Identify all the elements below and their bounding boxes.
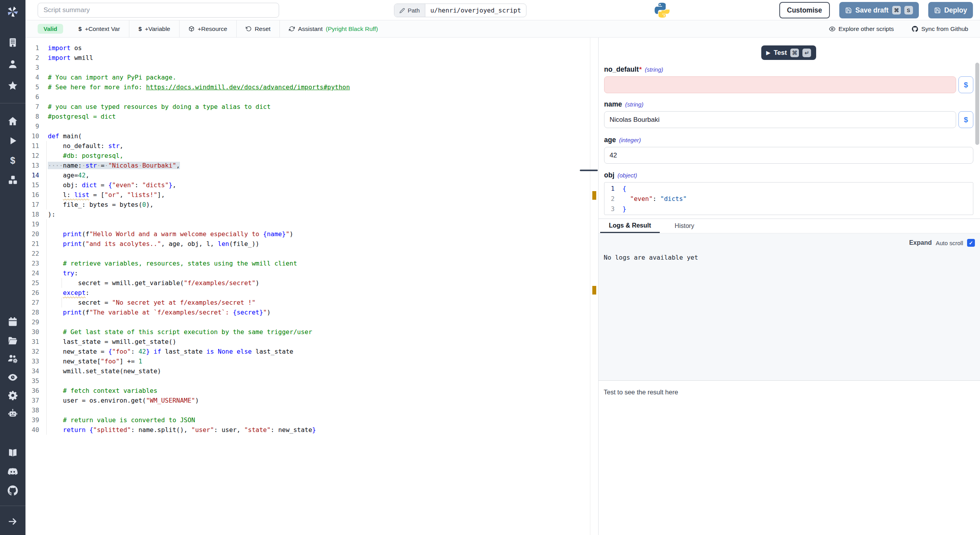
- line-number: 3: [604, 204, 615, 214]
- code-line: 12 #db: postgresql,: [25, 151, 598, 161]
- code-editor[interactable]: 1import os2import wmill34# You can impor…: [25, 38, 598, 535]
- line-number: 1: [604, 184, 615, 194]
- tab-logs-result[interactable]: Logs & Result: [600, 219, 660, 233]
- top-header: Path u/henri/overjoyed_script Customise …: [25, 0, 980, 20]
- line-number: 27: [25, 298, 39, 307]
- cmd-key-badge: ⌘: [790, 49, 799, 57]
- github-icon[interactable]: [7, 485, 18, 496]
- windmill-logo-icon[interactable]: [5, 5, 20, 19]
- line-number: 11: [25, 141, 39, 151]
- save-icon: [845, 7, 852, 14]
- s-key-badge: S: [904, 6, 913, 14]
- star-icon[interactable]: [7, 80, 18, 91]
- editor-toolbar: Valid $ +Context Var $ +Variable +Resour…: [25, 20, 980, 38]
- calendar-icon[interactable]: [7, 316, 18, 327]
- cmd-key-badge: ⌘: [892, 6, 901, 14]
- users-gear-icon[interactable]: [7, 353, 18, 364]
- code-line: 11 no_default: str,: [25, 141, 598, 151]
- warning-marker: [592, 286, 596, 295]
- dollar-icon[interactable]: $: [7, 155, 18, 166]
- discord-icon[interactable]: [7, 466, 18, 477]
- json-line: 3}: [604, 204, 973, 214]
- github-icon: [912, 26, 918, 32]
- code-line: 26 except:: [25, 288, 598, 298]
- script-path-badge[interactable]: Path u/henri/overjoyed_script: [394, 4, 526, 17]
- code-line: 19: [25, 219, 598, 229]
- name-input[interactable]: [604, 111, 956, 128]
- test-args-form: ▶ Test ⌘ ↵ no_default * (string) $: [599, 38, 980, 219]
- code-line: 20 print(f"Hello World and a warm welcom…: [25, 229, 598, 239]
- line-number: 16: [25, 190, 39, 200]
- cubes-icon[interactable]: [7, 175, 18, 185]
- code-line: 37 user = os.environ.get("WM_USERNAME"): [25, 396, 598, 405]
- field-type: (integer): [619, 137, 641, 143]
- code-line: 36 # fetch context variables: [25, 386, 598, 396]
- field-name: no_default: [604, 65, 639, 74]
- line-number: 8: [25, 112, 39, 121]
- add-variable-button[interactable]: $ +Variable: [129, 20, 179, 37]
- reset-button[interactable]: Reset: [236, 20, 280, 37]
- building-icon[interactable]: [7, 37, 18, 48]
- home-icon[interactable]: [7, 116, 18, 127]
- eye-icon[interactable]: [7, 372, 18, 383]
- robot-icon[interactable]: [7, 408, 18, 419]
- play-icon[interactable]: [7, 136, 18, 146]
- eye-icon: [829, 26, 835, 32]
- code-line: 39 # return value is converted to JSON: [25, 415, 598, 425]
- obj-json-editor[interactable]: 1{2 "even": "dicts"3}: [604, 182, 973, 215]
- line-number: 12: [25, 151, 39, 161]
- assistant-button[interactable]: Assistant (Pyright Black Ruff): [279, 20, 387, 37]
- insert-variable-button[interactable]: $: [958, 111, 973, 128]
- autoscroll-checkbox[interactable]: ✓: [967, 239, 975, 247]
- code-link[interactable]: https://docs.windmill.dev/docs/advanced/…: [146, 83, 350, 91]
- line-number: 32: [25, 347, 39, 356]
- expand-button[interactable]: Expand: [909, 239, 932, 246]
- code-line: 17 file_: bytes = bytes(0),: [25, 200, 598, 210]
- tab-history[interactable]: History: [667, 219, 702, 233]
- code-line: 31 last_state = wmill.get_state(): [25, 337, 598, 347]
- add-resource-button[interactable]: +Resource: [179, 20, 236, 37]
- selected-text: ····name:·str·=·"Nicolas·Bourbaki",: [48, 162, 180, 169]
- dollar-icon: $: [138, 25, 142, 32]
- book-icon[interactable]: [7, 448, 18, 458]
- script-summary-input[interactable]: [38, 3, 279, 18]
- folder-icon[interactable]: [7, 335, 18, 346]
- gear-icon[interactable]: [7, 390, 18, 401]
- code-line: 24 try:: [25, 268, 598, 278]
- line-number: 21: [25, 239, 39, 249]
- age-input[interactable]: [604, 147, 973, 164]
- field-name: age: [604, 136, 616, 144]
- code-line: 35: [25, 376, 598, 386]
- line-number: 6: [25, 92, 39, 102]
- add-context-var-button[interactable]: $ +Context Var: [69, 20, 129, 37]
- test-button[interactable]: ▶ Test ⌘ ↵: [761, 45, 817, 60]
- code-line: 33 new_state["foo"] += 1: [25, 356, 598, 366]
- customise-button[interactable]: Customise: [779, 2, 830, 18]
- user-icon[interactable]: [7, 59, 18, 69]
- validation-status-badge: Valid: [38, 24, 63, 34]
- insert-variable-button[interactable]: $: [958, 76, 973, 93]
- line-number: 17: [25, 200, 39, 210]
- line-number: 14: [25, 170, 39, 180]
- no-default-input[interactable]: [604, 76, 956, 93]
- autoscroll-label: Auto scroll: [936, 240, 963, 246]
- field-type: (string): [645, 66, 663, 73]
- line-number: 23: [25, 258, 39, 268]
- deploy-button[interactable]: Deploy: [928, 2, 973, 18]
- code-line: 27 secret = "No secret yet at f/examples…: [25, 298, 598, 307]
- line-number: 3: [25, 63, 39, 72]
- code-line: 10def main(: [25, 131, 598, 141]
- panel-splitter-handle[interactable]: [580, 170, 598, 171]
- form-scrollbar[interactable]: [975, 63, 979, 145]
- line-number: 25: [25, 278, 39, 288]
- arrow-right-icon[interactable]: [7, 516, 18, 527]
- code-line: 22: [25, 249, 598, 258]
- line-number: 1: [25, 43, 39, 53]
- sync-from-github-button[interactable]: Sync from Github: [912, 25, 968, 33]
- explore-other-scripts-button[interactable]: Explore other scripts: [829, 25, 894, 33]
- sidebar: $: [0, 0, 25, 535]
- code-line: 21 print("and its acolytes..", age, obj,…: [25, 239, 598, 249]
- save-draft-button[interactable]: Save draft ⌘ S: [839, 2, 919, 18]
- code-line: 3: [25, 63, 598, 72]
- pencil-icon: [399, 8, 405, 13]
